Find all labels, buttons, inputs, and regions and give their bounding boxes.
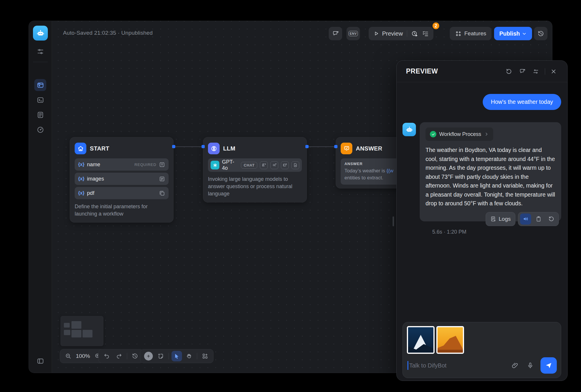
- answer-node-title: ANSWER: [356, 145, 382, 152]
- robot-icon: [405, 126, 413, 134]
- preview-settings-button[interactable]: [531, 66, 541, 76]
- close-icon: [550, 68, 557, 75]
- checklist-button[interactable]: [422, 30, 429, 37]
- autosave-status: Auto-Saved 21:02:35 · Unpublished: [63, 30, 153, 36]
- chat-area: How's the weather today Workflow Process…: [397, 82, 567, 381]
- model-selector-row[interactable]: GPT-4o CHAT: [208, 158, 302, 172]
- llm-output-handle[interactable]: [305, 145, 309, 148]
- required-tag: REQUIRED: [134, 162, 156, 167]
- speaker-button[interactable]: [520, 214, 531, 225]
- preview-annotation-button[interactable]: [517, 66, 527, 76]
- edge-llm-answer: [307, 146, 336, 147]
- variable-name: pdf: [87, 190, 159, 196]
- zoom-level[interactable]: 100%: [75, 353, 91, 359]
- mode-toolbar: [140, 349, 214, 363]
- change-history-button[interactable]: [130, 351, 140, 361]
- annotation-button[interactable]: [329, 27, 342, 40]
- answer-input-handle[interactable]: [334, 145, 337, 148]
- llm-node-description: Invoking large language models to answer…: [208, 176, 302, 197]
- toolbar-divider: [169, 353, 169, 359]
- start-node-title: START: [90, 145, 109, 152]
- minimap-node: [71, 330, 81, 337]
- chat-input[interactable]: [409, 362, 505, 369]
- vision-capability-icon: [260, 161, 268, 169]
- variable-name: name: [87, 162, 134, 168]
- zoom-out-button[interactable]: [63, 351, 74, 361]
- app-logo[interactable]: [33, 26, 48, 41]
- workflow-process-label: Workflow Process: [439, 131, 481, 137]
- openai-logo-icon: [211, 161, 219, 169]
- canvas-minimap[interactable]: [60, 316, 104, 346]
- bot-message-row: Workflow Process The weather in Boydton,…: [402, 122, 561, 221]
- preview-panel: PREVIEW How's the weather today Workflow…: [396, 60, 568, 381]
- close-preview-button[interactable]: [549, 66, 559, 76]
- variable-prefix: {x}: [78, 176, 84, 181]
- send-button[interactable]: [540, 357, 557, 374]
- plus-icon: [144, 352, 153, 360]
- annotation-icon: [332, 30, 339, 37]
- publish-button[interactable]: Publish: [494, 27, 532, 40]
- minimap-node: [71, 321, 81, 329]
- left-sidebar: [29, 21, 52, 373]
- llm-node-title: LLM: [223, 145, 235, 152]
- features-button[interactable]: Features: [450, 27, 491, 40]
- paragraph-icon: [159, 176, 165, 182]
- refresh-icon: [548, 216, 554, 222]
- video-capability-icon: [281, 161, 289, 169]
- llm-node[interactable]: LLM GPT-4o CHAT Invoking large language …: [203, 137, 307, 202]
- checklist-icon: [422, 30, 429, 37]
- hand-mode-button[interactable]: [184, 351, 194, 361]
- features-icon: [455, 30, 462, 37]
- preview-run-label: Preview: [382, 30, 403, 37]
- variable-prefix: {x}: [78, 162, 84, 167]
- copy-button[interactable]: [533, 214, 544, 225]
- start-node[interactable]: START {x} name REQUIRED {x} images {x} p…: [70, 137, 174, 223]
- bot-avatar: [402, 123, 416, 136]
- add-node-button[interactable]: [143, 351, 154, 361]
- voice-input-button[interactable]: [525, 360, 535, 370]
- attached-images: [407, 326, 557, 354]
- workflow-process-toggle[interactable]: Workflow Process: [426, 127, 493, 141]
- sidebar-item-terminal[interactable]: [34, 94, 46, 106]
- sidebar-item-logs[interactable]: [34, 109, 46, 121]
- document-capability-icon: [291, 161, 299, 169]
- success-check-icon: [430, 131, 436, 137]
- run-history-button[interactable]: [411, 30, 418, 37]
- text-input-icon: [159, 162, 165, 168]
- undo-button[interactable]: [102, 351, 112, 361]
- sidebar-item-orchestrate-active[interactable]: [34, 79, 46, 91]
- orchestrate-icon[interactable]: [34, 46, 46, 57]
- organize-nodes-button[interactable]: [200, 351, 210, 361]
- add-note-button[interactable]: [155, 351, 166, 361]
- files-icon: [159, 190, 165, 196]
- minimap-node: [64, 323, 70, 328]
- attach-file-button[interactable]: [510, 360, 520, 370]
- redo-button[interactable]: [114, 351, 124, 361]
- run-controls-group: Preview: [369, 27, 433, 40]
- attachment-thumbnail-mountain[interactable]: [407, 326, 435, 354]
- model-name: GPT-4o: [222, 159, 238, 171]
- version-history-button[interactable]: [534, 27, 547, 40]
- sidebar-divider: [33, 62, 48, 62]
- restart-conversation-button[interactable]: [504, 66, 514, 76]
- pointer-mode-button[interactable]: [172, 351, 182, 361]
- panel-resize-handle[interactable]: [393, 216, 394, 226]
- start-output-handle[interactable]: [172, 145, 175, 148]
- env-button[interactable]: ENV: [346, 27, 360, 40]
- collapse-panel-icon[interactable]: [34, 355, 46, 367]
- regenerate-button[interactable]: [546, 214, 557, 225]
- annotation-icon: [519, 68, 526, 75]
- logs-button[interactable]: Logs: [486, 212, 515, 226]
- sidebar-item-monitoring[interactable]: [34, 124, 46, 136]
- answer-bubble-icon: [341, 143, 352, 154]
- chat-mode-badge: CHAT: [241, 162, 257, 169]
- history-toolbar: [98, 349, 144, 363]
- send-plane-icon: [545, 362, 552, 369]
- home-icon: [75, 143, 86, 154]
- preview-run-button[interactable]: Preview: [373, 30, 403, 37]
- toolbar-divider: [127, 353, 127, 359]
- audio-capability-icon: [270, 161, 278, 169]
- llm-input-handle[interactable]: [202, 145, 205, 148]
- attachment-thumbnail-sunset[interactable]: [436, 326, 464, 354]
- chat-input-card: [402, 322, 561, 378]
